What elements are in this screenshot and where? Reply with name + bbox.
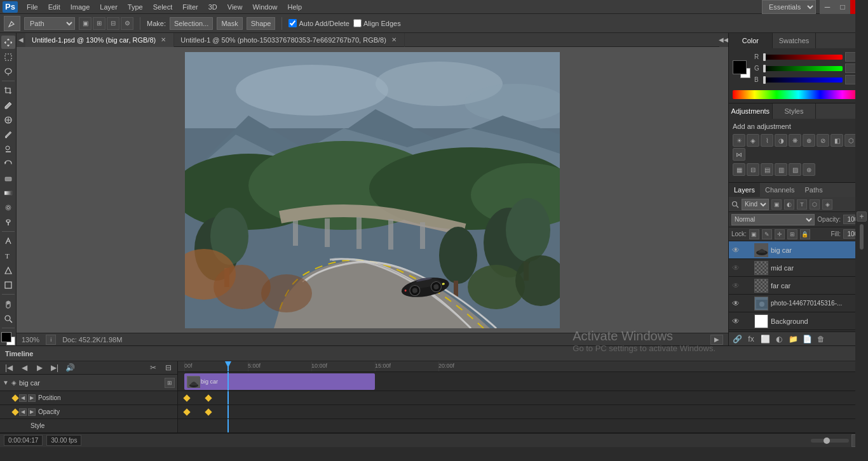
b-slider-thumb[interactable] [763, 76, 766, 84]
menu-file[interactable]: File [22, 2, 43, 12]
opacity-keyframe-add[interactable] [11, 408, 18, 415]
playhead[interactable] [227, 361, 229, 371]
position-next-keyframe[interactable]: ▶ [28, 394, 36, 402]
filter-smart-btn[interactable]: ◈ [822, 199, 832, 210]
path-distribute-btn[interactable]: ⊞ [93, 17, 105, 30]
align-edges-label[interactable]: Align Edges [353, 19, 401, 27]
path-selection-tool[interactable] [1, 264, 15, 277]
g-slider-thumb[interactable] [763, 65, 766, 72]
zoom-tool[interactable] [1, 312, 15, 325]
healing-tool[interactable] [1, 113, 15, 126]
timeline-clip-big-car[interactable]: big car [184, 373, 375, 390]
delete-layer-btn[interactable]: 🗑 [815, 333, 827, 345]
menu-filter[interactable]: Filter [177, 2, 203, 12]
tab-2-close[interactable]: ✕ [390, 36, 398, 44]
menu-view[interactable]: View [222, 2, 248, 12]
auto-add-delete-checkbox[interactable] [288, 19, 297, 27]
shape-btn[interactable]: Shape [247, 17, 276, 30]
filter-shape-btn[interactable]: ⬡ [810, 199, 820, 210]
layers-kind-select[interactable]: Kind [742, 199, 769, 210]
selectivecolor-adj[interactable]: ⊛ [803, 163, 815, 176]
lock-position-btn[interactable]: ✛ [775, 229, 785, 239]
mask-btn[interactable]: Mask [217, 17, 242, 30]
menu-help[interactable]: Help [283, 2, 308, 12]
color-spectrum[interactable] [733, 90, 864, 99]
add-group-btn[interactable]: 📁 [787, 333, 799, 345]
menu-layer[interactable]: Layer [95, 2, 123, 12]
paths-tab[interactable]: Paths [800, 183, 828, 197]
collapse-panels-btn[interactable]: ◀◀ [719, 33, 728, 47]
menu-edit[interactable]: Edit [43, 2, 65, 12]
timeline-next-frame[interactable]: ▶| [48, 361, 61, 374]
timeline-audio-btn[interactable]: 🔊 [64, 361, 76, 374]
type-tool[interactable]: T [1, 249, 15, 262]
crop-tool[interactable] [1, 84, 15, 97]
invert-adj[interactable]: ⊟ [747, 163, 759, 176]
timeline-zoom-thumb[interactable] [824, 438, 830, 444]
exposure-adj[interactable]: ◑ [775, 134, 787, 147]
keyframe-opacity-1[interactable] [183, 408, 190, 415]
blur-tool[interactable] [1, 201, 15, 214]
opacity-prev-keyframe[interactable]: ◀ [19, 408, 27, 416]
color-tab[interactable]: Color [729, 33, 773, 48]
gradient-tool[interactable] [1, 186, 15, 199]
zoom-info-btn[interactable]: i [46, 335, 56, 345]
position-prev-keyframe[interactable]: ◀ [19, 394, 27, 402]
add-new-layer-btn[interactable]: 📄 [801, 333, 813, 345]
lock-transparent-btn[interactable]: ▣ [749, 229, 759, 239]
threshold-adj[interactable]: ▥ [775, 163, 787, 176]
vibrance-adj[interactable]: ❋ [789, 134, 801, 147]
pen-tool[interactable] [1, 234, 15, 248]
layer-item-photo[interactable]: 👁 photo-1446770145316-... [729, 295, 868, 312]
timeline-options-btn[interactable]: ⊟ [162, 361, 175, 374]
lock-all-btn[interactable]: 🔒 [800, 229, 810, 239]
adjustments-tab[interactable]: Adjustments [729, 104, 773, 119]
path-arrange-btn[interactable]: ⊟ [107, 17, 119, 30]
clone-tool[interactable] [1, 142, 15, 156]
timeline-play-mini[interactable]: ▶ [710, 335, 723, 345]
foreground-color[interactable] [1, 332, 15, 345]
opacity-next-keyframe[interactable]: ▶ [28, 408, 36, 416]
add-style-btn[interactable]: fx [745, 333, 757, 345]
gradientmap-adj[interactable]: ▨ [789, 163, 801, 176]
timeline-cut-btn[interactable]: ✂ [147, 361, 159, 374]
add-mask-btn[interactable]: ⬜ [759, 333, 771, 345]
move-tool[interactable] [1, 36, 15, 49]
path-settings-btn[interactable]: ⚙ [121, 17, 133, 30]
path-align-btn[interactable]: ▣ [79, 17, 92, 30]
tab-1[interactable]: Untitled-1.psd @ 130% (big car, RGB/8) ✕ [25, 33, 174, 47]
menu-window[interactable]: Window [247, 2, 282, 12]
keyframe-opacity-2[interactable] [205, 408, 212, 415]
layer-vis-big-car[interactable]: 👁 [731, 246, 740, 255]
timeline-play-btn[interactable]: ▶ [33, 361, 46, 374]
timeline-prev-frame[interactable]: ◀ [18, 361, 31, 374]
curves-adj[interactable]: ⌇ [761, 134, 773, 147]
add-link-btn[interactable]: 🔗 [731, 333, 743, 345]
track-options-btn[interactable]: ⊞ [165, 378, 175, 388]
brush-tool[interactable] [1, 128, 15, 141]
layer-item-mid-car[interactable]: 👁 mid car [729, 259, 868, 277]
menu-image[interactable]: Image [65, 2, 95, 12]
timeline-zoom-slider[interactable] [811, 439, 849, 443]
eyedropper-tool[interactable] [1, 98, 15, 112]
layer-vis-background[interactable]: 👁 [731, 317, 740, 326]
hand-tool[interactable] [1, 297, 15, 311]
color-swatches[interactable] [733, 60, 750, 78]
bw-adj[interactable]: ◧ [831, 134, 843, 147]
timeline-goto-start[interactable]: |◀ [3, 361, 15, 374]
colorlookup-adj[interactable]: ▦ [733, 163, 745, 176]
layer-item-far-car[interactable]: 👁 far car [729, 277, 868, 295]
r-slider-thumb[interactable] [763, 53, 766, 61]
brightness-adj[interactable]: ☀ [733, 134, 745, 147]
layer-item-big-car[interactable]: 👁 big car [729, 241, 868, 259]
lock-artboard-btn[interactable]: ⊞ [787, 229, 797, 239]
swatches-tab[interactable]: Swatches [773, 33, 817, 48]
channels-tab[interactable]: Channels [760, 183, 799, 197]
channelmixer-adj[interactable]: ⋈ [733, 148, 745, 161]
keyframe-position-1[interactable] [183, 394, 190, 401]
position-keyframe-add[interactable] [11, 394, 18, 401]
tab-1-close[interactable]: ✕ [159, 36, 167, 44]
lock-pixels-btn[interactable]: ✎ [762, 229, 772, 239]
levels-adj[interactable]: ◈ [747, 134, 759, 147]
keyframe-position-2[interactable] [205, 394, 212, 401]
